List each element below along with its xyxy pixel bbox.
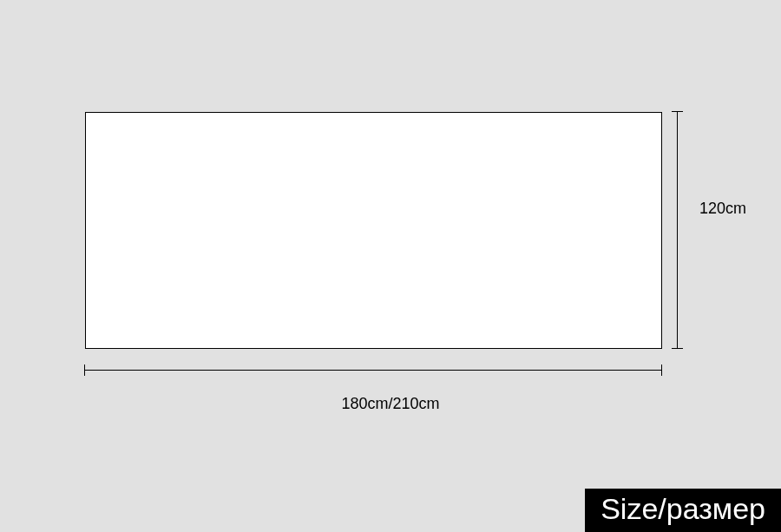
height-dimension-label: 120cm — [699, 200, 746, 218]
width-dimension-line — [85, 370, 662, 371]
width-dimension-label: 180cm/210cm — [0, 395, 781, 413]
width-dimension-cap-left — [84, 365, 85, 376]
height-dimension-line — [677, 112, 678, 349]
size-tag: Size/размер — [585, 489, 781, 532]
height-dimension-cap-bottom — [672, 348, 683, 349]
width-dimension-cap-right — [661, 365, 662, 376]
product-rectangle — [85, 112, 662, 349]
height-dimension-cap-top — [672, 111, 683, 112]
